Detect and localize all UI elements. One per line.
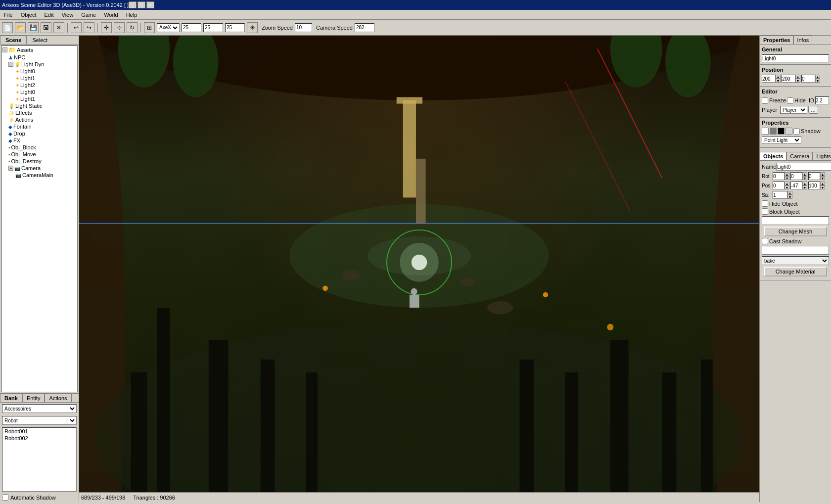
menu-edit[interactable]: Edit bbox=[41, 11, 58, 19]
pos-z-input[interactable] bbox=[801, 75, 815, 83]
tree-item-light0[interactable]: ✦ Light0 bbox=[1, 68, 77, 75]
block-object-checkbox[interactable] bbox=[762, 208, 768, 215]
redo-button[interactable]: ↪ bbox=[84, 22, 94, 33]
tab-entity[interactable]: Entity bbox=[22, 394, 45, 402]
pos-z-up[interactable]: ▲ bbox=[815, 75, 820, 79]
close-button[interactable]: × bbox=[146, 1, 154, 8]
color-gray[interactable] bbox=[770, 128, 777, 135]
freeze-checkbox[interactable] bbox=[762, 97, 768, 104]
snap-button[interactable]: ⊞ bbox=[144, 22, 155, 33]
tree-item-fx[interactable]: ◆ FX bbox=[1, 137, 77, 144]
menu-file[interactable]: File bbox=[0, 11, 17, 19]
rot-x-up[interactable]: ▲ bbox=[785, 172, 789, 176]
tab-lights[interactable]: Lights bbox=[813, 152, 831, 160]
obj-pos-y-up[interactable]: ▲ bbox=[802, 182, 807, 185]
move-button[interactable]: ✛ bbox=[101, 22, 112, 33]
obj-pos-y-down[interactable]: ▼ bbox=[802, 185, 807, 189]
rot-z-down[interactable]: ▼ bbox=[820, 176, 825, 180]
rot-z-up[interactable]: ▲ bbox=[820, 172, 825, 176]
tree-item-actions[interactable]: ⚡ Actions bbox=[1, 116, 77, 123]
tree-item-camera-main[interactable]: 📷 CameraMain bbox=[1, 172, 77, 179]
menu-object[interactable]: Object bbox=[17, 11, 41, 19]
light-type-select[interactable]: Point Light bbox=[762, 136, 801, 144]
new-button[interactable]: 📄 bbox=[2, 22, 13, 33]
entity-robot002[interactable]: Robot002 bbox=[2, 435, 76, 442]
light-button[interactable]: ☀ bbox=[247, 22, 258, 33]
tab-infos[interactable]: Infos bbox=[793, 36, 812, 44]
hide-checkbox[interactable] bbox=[787, 97, 793, 104]
zoom-speed-input[interactable] bbox=[295, 23, 312, 32]
x-value-input[interactable] bbox=[182, 23, 201, 32]
obj-pos-x-down[interactable]: ▼ bbox=[785, 185, 789, 189]
rotate-button[interactable]: ↻ bbox=[127, 22, 138, 33]
general-name-input[interactable] bbox=[762, 54, 829, 62]
tree-item-obj-move[interactable]: ▪ Obj_Move bbox=[1, 151, 77, 158]
expand-camera[interactable]: + bbox=[8, 166, 13, 171]
tab-properties[interactable]: Properties bbox=[760, 36, 793, 44]
hide-object-checkbox[interactable] bbox=[762, 200, 768, 207]
menu-world[interactable]: World bbox=[100, 11, 122, 19]
y-value-input[interactable] bbox=[203, 23, 223, 32]
material-name-input[interactable] bbox=[762, 246, 829, 255]
tree-item-light1b[interactable]: ✦ Light1 bbox=[1, 95, 77, 102]
change-material-button[interactable]: Change Material bbox=[764, 267, 827, 276]
type-select[interactable]: Robot bbox=[2, 416, 77, 425]
category-select[interactable]: Accessoires bbox=[2, 404, 77, 413]
id-input[interactable] bbox=[815, 96, 829, 104]
tree-item-light1[interactable]: ✦ Light1 bbox=[1, 75, 77, 82]
undo-button[interactable]: ↩ bbox=[71, 22, 82, 33]
select-button[interactable]: ⊹ bbox=[114, 22, 125, 33]
tree-item-light2[interactable]: ✦ Light2 bbox=[1, 82, 77, 89]
color-white[interactable] bbox=[762, 128, 769, 135]
bake-select[interactable]: bake bbox=[762, 256, 829, 265]
expand-assets[interactable]: - bbox=[2, 47, 7, 52]
tab-bank[interactable]: Bank bbox=[0, 394, 22, 402]
player-button[interactable]: … bbox=[808, 106, 818, 114]
tab-camera[interactable]: Camera bbox=[786, 152, 813, 160]
tree-item-obj-block[interactable]: ▪ Obj_Block bbox=[1, 144, 77, 151]
color-black[interactable] bbox=[778, 128, 785, 135]
tree-item-obj-destroy[interactable]: ▪ Obj_Destroy bbox=[1, 158, 77, 165]
tab-actions[interactable]: Actions bbox=[45, 394, 71, 402]
viewport[interactable]: 689/233 - 499/198 Triangles : 90266 bbox=[79, 36, 759, 502]
rot-x-input[interactable] bbox=[773, 172, 785, 180]
pos-x-input[interactable] bbox=[762, 75, 776, 83]
tree-item-camera[interactable]: + 📷 Camera bbox=[1, 165, 77, 172]
tree-item-fontain[interactable]: ◆ Fontain bbox=[1, 123, 77, 130]
tree-item-drop[interactable]: ◆ Drop bbox=[1, 130, 77, 137]
pos-z-down[interactable]: ▼ bbox=[815, 79, 820, 83]
obj-pos-z-up[interactable]: ▲ bbox=[820, 182, 825, 185]
camera-speed-input[interactable] bbox=[355, 23, 374, 32]
color-light[interactable] bbox=[785, 128, 792, 135]
expand-lightdyn[interactable]: - bbox=[8, 62, 13, 67]
pos-y-up[interactable]: ▲ bbox=[795, 75, 800, 79]
player-select[interactable]: Player bbox=[780, 106, 807, 114]
pos-y-down[interactable]: ▼ bbox=[795, 79, 800, 83]
pos-x-up[interactable]: ▲ bbox=[776, 75, 781, 79]
size-down[interactable]: ▼ bbox=[787, 195, 792, 199]
size-input[interactable] bbox=[773, 191, 787, 199]
tab-scene[interactable]: Scene bbox=[0, 36, 27, 44]
pos-x-down[interactable]: ▼ bbox=[776, 79, 781, 83]
axis-select[interactable]: AxeX bbox=[157, 23, 180, 32]
tree-item-light0b[interactable]: ✦ Light0 bbox=[1, 89, 77, 95]
save-button[interactable]: 💾 bbox=[28, 22, 39, 33]
size-up[interactable]: ▲ bbox=[787, 191, 792, 195]
open-button[interactable]: 📂 bbox=[15, 22, 26, 33]
tree-item-assets[interactable]: - 📁 Assets bbox=[1, 46, 77, 54]
rot-z-input[interactable] bbox=[808, 172, 820, 180]
obj-pos-z-input[interactable] bbox=[808, 182, 820, 189]
obj-pos-x-up[interactable]: ▲ bbox=[785, 182, 789, 185]
close-doc-button[interactable]: ✕ bbox=[53, 22, 64, 33]
rot-y-input[interactable] bbox=[790, 172, 802, 180]
tree-item-effects[interactable]: ✨ Effects bbox=[1, 109, 77, 116]
rot-x-down[interactable]: ▼ bbox=[785, 176, 789, 180]
change-mesh-button[interactable]: Change Mesh bbox=[764, 227, 827, 236]
tree-item-npc[interactable]: ♟ NPC bbox=[1, 54, 77, 61]
menu-game[interactable]: Game bbox=[77, 11, 100, 19]
menu-view[interactable]: View bbox=[58, 11, 78, 19]
auto-shadow-checkbox[interactable] bbox=[2, 494, 8, 501]
obj-pos-x-input[interactable] bbox=[773, 182, 785, 189]
tree-item-light-dyn[interactable]: - 💡 Light Dyn bbox=[1, 61, 77, 68]
rot-y-up[interactable]: ▲ bbox=[802, 172, 807, 176]
